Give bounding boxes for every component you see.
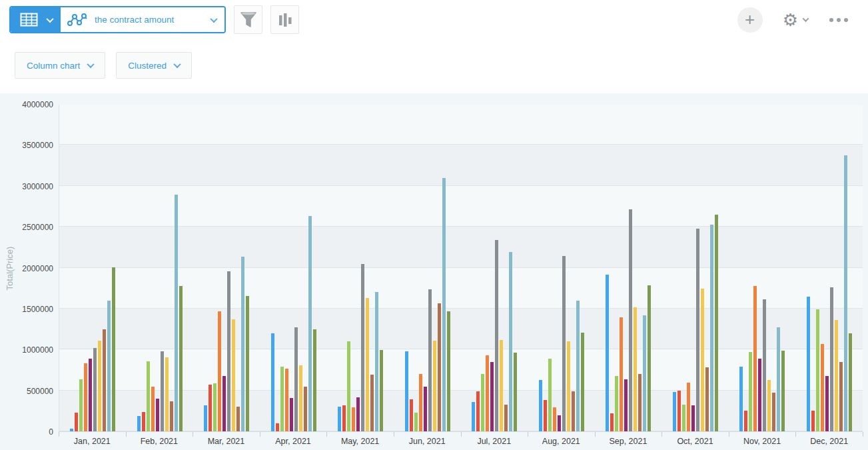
bar-series-3[interactable] xyxy=(816,309,819,431)
bar-series-4[interactable] xyxy=(84,363,87,431)
bar-series-2[interactable] xyxy=(209,385,212,431)
bar-series-5[interactable] xyxy=(290,398,293,431)
bar-series-2[interactable] xyxy=(677,391,681,431)
bar-series-10[interactable] xyxy=(246,296,249,431)
bar-series-8[interactable] xyxy=(772,393,775,431)
bar-series-5[interactable] xyxy=(490,362,494,431)
bar-series-1[interactable] xyxy=(204,405,207,431)
chart-type-dropdown[interactable]: Column chart xyxy=(15,52,105,79)
bar-series-3[interactable] xyxy=(280,367,284,431)
bar-series-7[interactable] xyxy=(98,341,101,431)
bar-series-4[interactable] xyxy=(687,383,690,432)
report-dropdown[interactable]: the contract amount xyxy=(61,7,224,32)
bar-series-5[interactable] xyxy=(356,397,360,431)
bar-series-5[interactable] xyxy=(624,379,628,431)
bar-series-4[interactable] xyxy=(218,311,221,431)
bar-series-6[interactable] xyxy=(161,351,164,431)
bar-series-6[interactable] xyxy=(763,299,766,431)
bar-series-8[interactable] xyxy=(236,407,240,431)
bar-series-2[interactable] xyxy=(476,391,480,431)
bar-series-1[interactable] xyxy=(739,367,743,431)
bar-series-4[interactable] xyxy=(821,344,824,431)
bar-series-1[interactable] xyxy=(405,351,408,431)
bar-series-1[interactable] xyxy=(137,416,141,431)
bar-series-6[interactable] xyxy=(428,289,432,431)
bar-series-4[interactable] xyxy=(151,387,155,431)
bar-series-3[interactable] xyxy=(682,405,685,431)
bar-series-8[interactable] xyxy=(370,375,374,431)
bar-series-3[interactable] xyxy=(548,359,552,431)
bar-series-3[interactable] xyxy=(414,413,418,431)
bar-series-8[interactable] xyxy=(839,362,843,431)
bar-series-7[interactable] xyxy=(567,341,570,431)
bar-series-1[interactable] xyxy=(606,275,609,431)
bar-series-4[interactable] xyxy=(753,286,757,431)
bar-series-3[interactable] xyxy=(749,352,752,431)
bar-series-7[interactable] xyxy=(500,340,503,431)
bar-series-8[interactable] xyxy=(638,374,642,431)
bar-series-8[interactable] xyxy=(103,329,106,431)
bar-series-9[interactable] xyxy=(241,257,244,431)
bar-series-3[interactable] xyxy=(615,376,618,431)
bar-series-2[interactable] xyxy=(142,412,145,431)
bar-series-9[interactable] xyxy=(442,178,446,431)
table-view-toggle[interactable] xyxy=(11,7,61,32)
bar-series-6[interactable] xyxy=(227,271,230,431)
more-options-button[interactable] xyxy=(828,14,849,26)
bar-series-5[interactable] xyxy=(758,359,761,431)
bar-series-3[interactable] xyxy=(481,374,484,431)
bar-series-10[interactable] xyxy=(781,351,785,431)
bar-series-8[interactable] xyxy=(304,387,307,431)
bar-series-7[interactable] xyxy=(835,320,838,431)
bar-series-5[interactable] xyxy=(825,376,829,431)
bar-series-2[interactable] xyxy=(544,400,547,431)
bar-series-10[interactable] xyxy=(514,353,517,431)
bar-series-2[interactable] xyxy=(610,413,614,431)
dataset-selector[interactable]: the contract amount xyxy=(9,6,226,33)
chart-type-button[interactable] xyxy=(270,5,299,34)
filter-button[interactable] xyxy=(234,5,262,34)
bar-series-5[interactable] xyxy=(89,359,92,431)
bar-series-7[interactable] xyxy=(299,365,302,431)
bar-series-9[interactable] xyxy=(375,292,378,431)
bar-series-4[interactable] xyxy=(486,355,489,431)
bar-series-7[interactable] xyxy=(232,319,235,431)
bar-series-9[interactable] xyxy=(777,327,780,431)
bar-series-10[interactable] xyxy=(447,311,450,431)
bar-series-1[interactable] xyxy=(539,380,542,431)
bar-series-7[interactable] xyxy=(767,380,771,431)
bar-series-6[interactable] xyxy=(562,256,566,431)
bar-series-6[interactable] xyxy=(93,348,97,431)
bar-series-8[interactable] xyxy=(170,401,173,431)
bar-series-10[interactable] xyxy=(313,329,316,431)
bar-series-2[interactable] xyxy=(744,411,747,431)
bar-series-1[interactable] xyxy=(807,297,810,431)
bar-series-2[interactable] xyxy=(410,399,413,431)
add-button[interactable]: + xyxy=(737,7,763,33)
bar-series-5[interactable] xyxy=(691,405,695,431)
bar-series-7[interactable] xyxy=(433,341,436,431)
bar-series-8[interactable] xyxy=(705,367,709,431)
bar-series-1[interactable] xyxy=(472,402,475,431)
bar-series-2[interactable] xyxy=(811,411,815,431)
bar-series-6[interactable] xyxy=(629,209,632,431)
bar-series-1[interactable] xyxy=(271,333,274,431)
bar-series-3[interactable] xyxy=(147,361,150,431)
bar-series-7[interactable] xyxy=(701,289,704,431)
bar-series-10[interactable] xyxy=(849,333,852,431)
bar-series-9[interactable] xyxy=(643,315,646,431)
bar-series-2[interactable] xyxy=(75,413,78,431)
bar-series-9[interactable] xyxy=(308,216,312,431)
bar-series-1[interactable] xyxy=(338,407,341,431)
settings-button[interactable]: ⚙ xyxy=(783,11,808,29)
bar-series-9[interactable] xyxy=(175,195,178,431)
bar-series-5[interactable] xyxy=(558,415,561,432)
bar-series-2[interactable] xyxy=(342,405,346,431)
bar-series-10[interactable] xyxy=(112,267,115,431)
bar-series-6[interactable] xyxy=(495,240,498,431)
bar-series-5[interactable] xyxy=(156,399,159,431)
bar-series-9[interactable] xyxy=(509,252,512,432)
bar-series-9[interactable] xyxy=(107,301,111,431)
bar-series-7[interactable] xyxy=(165,357,169,431)
bar-series-4[interactable] xyxy=(553,407,556,431)
